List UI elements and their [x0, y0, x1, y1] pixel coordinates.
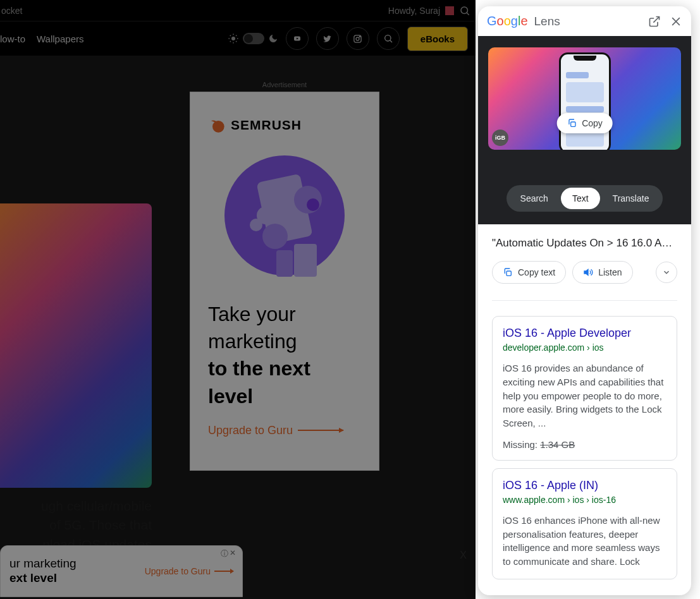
theme-toggle[interactable]	[243, 33, 264, 44]
svg-rect-32	[507, 271, 511, 275]
nav-search-button[interactable]	[377, 27, 400, 50]
youtube-link[interactable]	[286, 27, 309, 50]
result-missing: Missing: 1.34 GB	[503, 439, 666, 450]
pocket-link[interactable]: ocket	[1, 6, 22, 16]
svg-marker-33	[584, 269, 588, 275]
svg-line-1	[467, 13, 469, 15]
site-nav: low-to Wallpapers eBooks	[0, 21, 476, 56]
svg-point-2	[231, 37, 235, 40]
svg-line-17	[390, 40, 391, 42]
svg-line-8	[236, 41, 236, 42]
lens-panel: Google Lens Copy iGB	[478, 6, 691, 595]
bottom-ad-cta[interactable]: Upgrade to Guru	[145, 566, 233, 576]
hero-image	[0, 203, 152, 488]
ad-cta[interactable]: Upgrade to Guru	[203, 424, 366, 437]
expand-button[interactable]	[656, 262, 677, 283]
svg-point-22	[307, 198, 319, 211]
ad-banner[interactable]: SEMRUSH Take your marketing to the next …	[190, 92, 379, 471]
svg-line-9	[230, 41, 231, 42]
svg-point-14	[356, 37, 359, 40]
copy-chip[interactable]: Copy	[556, 113, 613, 133]
admin-top-bar: ocket Howdy, Suraj	[0, 0, 476, 21]
avatar[interactable]	[445, 6, 454, 15]
copy-icon	[567, 118, 577, 128]
svg-rect-24	[276, 250, 293, 277]
bottom-ad-close[interactable]: X	[455, 547, 472, 564]
tab-text[interactable]: Text	[561, 188, 600, 209]
lens-title: Lens	[534, 15, 560, 28]
result-title[interactable]: iOS 16 - Apple (IN)	[503, 479, 666, 492]
listen-button[interactable]: Listen	[572, 261, 632, 284]
svg-point-21	[294, 186, 322, 214]
bottom-ad[interactable]: ⓘ✕ ur marketing ext level Upgrade to Gur…	[0, 545, 243, 597]
lens-header: Google Lens	[478, 6, 691, 36]
result-url: developer.apple.com › ios	[503, 342, 666, 353]
svg-point-15	[360, 36, 360, 37]
ebooks-button[interactable]: eBooks	[407, 27, 468, 51]
article-title: stall iOS	[0, 92, 145, 136]
nav-item-howto[interactable]: low-to	[0, 33, 25, 44]
search-result[interactable]: iOS 16 - Apple (IN) www.apple.com › ios …	[492, 468, 677, 579]
svg-point-27	[257, 207, 274, 224]
twitter-link[interactable]	[316, 27, 339, 50]
arrow-right-icon	[298, 430, 343, 431]
svg-line-10	[236, 35, 236, 36]
semrush-brand: SEMRUSH	[231, 118, 302, 133]
bottom-ad-controls[interactable]: ⓘ✕	[221, 548, 236, 559]
result-description: iOS 16 enhances iPhone with all-new pers…	[503, 514, 666, 569]
nav-item-wallpapers[interactable]: Wallpapers	[37, 33, 83, 44]
result-url: www.apple.com › ios › ios-16	[503, 495, 666, 505]
close-icon[interactable]	[670, 15, 682, 28]
igb-watermark: iGB	[492, 130, 508, 146]
tab-translate[interactable]: Translate	[601, 188, 661, 209]
chevron-down-icon	[662, 268, 671, 277]
ad-copy: Take your marketing to the next level	[203, 301, 366, 410]
sun-icon	[228, 33, 239, 44]
svg-line-28	[653, 16, 659, 22]
search-icon[interactable]	[459, 5, 470, 16]
svg-point-16	[384, 35, 390, 41]
svg-point-0	[461, 7, 468, 14]
svg-rect-31	[570, 122, 575, 126]
lens-preview-area: Copy iGB Search Text Translate	[478, 36, 691, 224]
lens-mode-tabs: Search Text Translate	[488, 185, 681, 212]
divider	[492, 300, 677, 301]
detected-text: "Automatic Updates On > 16 16.0 A…	[492, 237, 677, 250]
tab-search[interactable]: Search	[509, 188, 560, 209]
result-description: iOS 16 provides an abundance of exciting…	[503, 361, 666, 430]
lens-results-area: "Automatic Updates On > 16 16.0 A… Copy …	[478, 224, 691, 595]
copy-text-button[interactable]: Copy text	[492, 261, 566, 284]
svg-point-18	[212, 121, 224, 133]
ad-label: Advertisement	[190, 81, 379, 88]
lens-image-preview[interactable]: Copy iGB	[488, 47, 681, 150]
instagram-link[interactable]	[347, 27, 369, 50]
greeting-text[interactable]: Howdy, Suraj	[388, 6, 440, 16]
arrow-right-icon	[214, 571, 233, 572]
moon-icon	[268, 33, 278, 44]
result-title[interactable]: iOS 16 - Apple Developer	[503, 327, 666, 340]
svg-rect-23	[294, 244, 317, 277]
bottom-ad-copy: ur marketing ext level	[9, 557, 77, 586]
speaker-icon	[583, 267, 593, 277]
svg-line-7	[230, 35, 231, 36]
google-logo: Google	[487, 14, 528, 28]
semrush-logo-icon	[208, 116, 226, 134]
copy-icon	[503, 267, 513, 277]
search-result[interactable]: iOS 16 - Apple Developer developer.apple…	[492, 316, 677, 461]
phone-mockup	[559, 52, 611, 150]
open-external-icon[interactable]	[648, 15, 661, 28]
svg-point-25	[262, 224, 288, 249]
ad-illustration	[218, 149, 351, 282]
